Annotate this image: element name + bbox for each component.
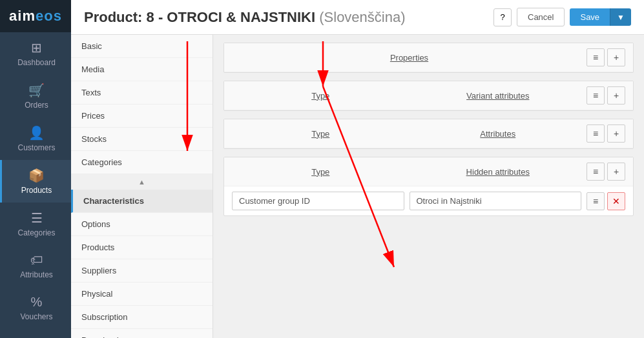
tab-sidebar: Basic Media Texts Prices Stocks Categori…: [71, 35, 213, 338]
tab-options[interactable]: Options: [71, 213, 213, 236]
attributes-section: Type Attributes ≡ +: [223, 119, 634, 149]
row-list-button[interactable]: ≡: [587, 192, 605, 210]
main-area: Product: 8 - OTROCI & NAJSTNIKI (Slovenš…: [71, 0, 644, 338]
hidden-list-button[interactable]: ≡: [587, 163, 605, 181]
attribute-value-input[interactable]: [410, 192, 582, 210]
hidden-attributes-section: Type Hidden attributes ≡ +: [223, 157, 634, 216]
variant-type-col: Type: [232, 91, 410, 101]
tab-texts[interactable]: Texts: [71, 81, 213, 104]
dashboard-icon: ⊞: [31, 40, 42, 55]
sidebar-item-attributes[interactable]: 🏷 Attributes: [0, 245, 71, 287]
logo-part2: eos: [36, 8, 62, 24]
attr-actions: ≡ +: [587, 124, 625, 143]
content-wrapper: Basic Media Texts Prices Stocks Categori…: [71, 35, 644, 338]
hidden-add-button[interactable]: +: [607, 163, 625, 181]
sidebar-item-label: Products: [21, 186, 52, 195]
sidebar-item-label: Attributes: [20, 270, 53, 279]
properties-link[interactable]: Properties: [390, 53, 428, 63]
tab-media[interactable]: Media: [71, 58, 213, 81]
hidden-attributes-header: Type Hidden attributes ≡ +: [224, 157, 633, 186]
hidden-attribute-row: ≡ ✕: [224, 186, 633, 215]
save-button-group: Save ▼: [570, 8, 631, 26]
vouchers-icon: %: [31, 295, 43, 310]
header: Product: 8 - OTROCI & NAJSTNIKI (Slovenš…: [71, 0, 644, 35]
tab-basic[interactable]: Basic: [71, 35, 213, 58]
sidebar-item-dashboard[interactable]: ⊞ Dashboard: [0, 32, 71, 75]
tab-categories[interactable]: Categories: [71, 151, 213, 174]
sidebar-item-products[interactable]: 📦 Products: [0, 160, 71, 203]
page-subtitle: (Slovenščina): [319, 9, 405, 25]
tab-prices[interactable]: Prices: [71, 104, 213, 128]
tab-characteristics[interactable]: Characteristics: [71, 190, 213, 213]
tab-products[interactable]: Products: [71, 236, 213, 259]
hidden-type-link[interactable]: Type: [311, 167, 329, 177]
logo: aimeos: [0, 0, 71, 32]
customer-group-id-input[interactable]: [232, 192, 404, 210]
tab-collapse-button[interactable]: ▲: [71, 174, 213, 190]
page-title: Product: 8 - OTROCI & NAJSTNIKI (Slovenš…: [84, 9, 406, 26]
attributes-icon: 🏷: [30, 253, 43, 268]
sidebar-item-categories[interactable]: ☰ Categories: [0, 203, 71, 245]
attr-type-link[interactable]: Type: [311, 129, 329, 139]
tab-stocks[interactable]: Stocks: [71, 128, 213, 151]
panel: Properties ≡ + Type: [213, 35, 644, 338]
properties-col: Properties: [232, 53, 587, 63]
attributes-header: Type Attributes ≡ +: [224, 119, 633, 148]
variant-add-button[interactable]: +: [607, 86, 625, 104]
variant-attributes-col: Variant attributes: [410, 91, 587, 101]
attr-attributes-link[interactable]: Attributes: [480, 129, 515, 139]
variant-attributes-section: Type Variant attributes ≡ +: [223, 81, 634, 111]
header-actions: ? Cancel Save ▼: [493, 8, 631, 26]
content: Basic Media Texts Prices Stocks Categori…: [71, 35, 644, 338]
row-actions: ≡ ✕: [587, 192, 625, 210]
attr-attributes-col: Attributes: [410, 129, 587, 139]
variant-attributes-header: Type Variant attributes ≡ +: [224, 81, 633, 110]
categories-icon: ☰: [31, 210, 43, 226]
properties-section-header: Properties ≡ +: [224, 43, 633, 72]
sidebar-item-orders[interactable]: 🛒 Orders: [0, 75, 71, 117]
hidden-actions: ≡ +: [587, 163, 625, 181]
variant-list-button[interactable]: ≡: [587, 86, 605, 104]
row-delete-button[interactable]: ✕: [607, 192, 625, 210]
orders-icon: 🛒: [28, 83, 45, 98]
variant-actions: ≡ +: [587, 86, 625, 104]
properties-section: Properties ≡ +: [223, 43, 634, 73]
attr-type-col: Type: [232, 129, 410, 139]
properties-add-button[interactable]: +: [607, 48, 625, 66]
cancel-button[interactable]: Cancel: [517, 8, 565, 26]
hidden-attributes-col: Hidden attributes: [410, 167, 587, 177]
properties-list-button[interactable]: ≡: [587, 48, 605, 66]
properties-actions: ≡ +: [587, 48, 625, 66]
logo-part1: aim: [9, 8, 36, 24]
sidebar: aimeos ⊞ Dashboard 🛒 Orders 👤 Customers …: [0, 0, 71, 338]
sidebar-item-customers[interactable]: 👤 Customers: [0, 117, 71, 160]
attr-list-button[interactable]: ≡: [587, 124, 605, 143]
sidebar-item-label: Vouchers: [20, 312, 52, 321]
tab-subscription[interactable]: Subscription: [71, 306, 213, 329]
save-button[interactable]: Save: [570, 8, 610, 26]
tab-physical[interactable]: Physical: [71, 283, 213, 306]
tab-downloads[interactable]: Downloads: [71, 329, 213, 338]
variant-attributes-link[interactable]: Variant attributes: [466, 91, 529, 101]
save-dropdown-button[interactable]: ▼: [610, 8, 631, 26]
sidebar-item-vouchers[interactable]: % Vouchers: [0, 287, 71, 329]
tab-suppliers[interactable]: Suppliers: [71, 259, 213, 283]
sidebar-item-label: Customers: [17, 143, 55, 152]
attr-add-button[interactable]: +: [607, 124, 625, 143]
help-button[interactable]: ?: [493, 8, 512, 26]
sidebar-item-label: Categories: [17, 228, 55, 237]
hidden-attributes-link[interactable]: Hidden attributes: [466, 167, 530, 177]
hidden-type-col: Type: [232, 167, 410, 177]
customers-icon: 👤: [28, 125, 45, 141]
sidebar-item-label: Dashboard: [17, 58, 56, 67]
products-icon: 📦: [28, 168, 45, 183]
variant-type-link[interactable]: Type: [311, 91, 329, 101]
sidebar-item-label: Orders: [25, 101, 48, 110]
